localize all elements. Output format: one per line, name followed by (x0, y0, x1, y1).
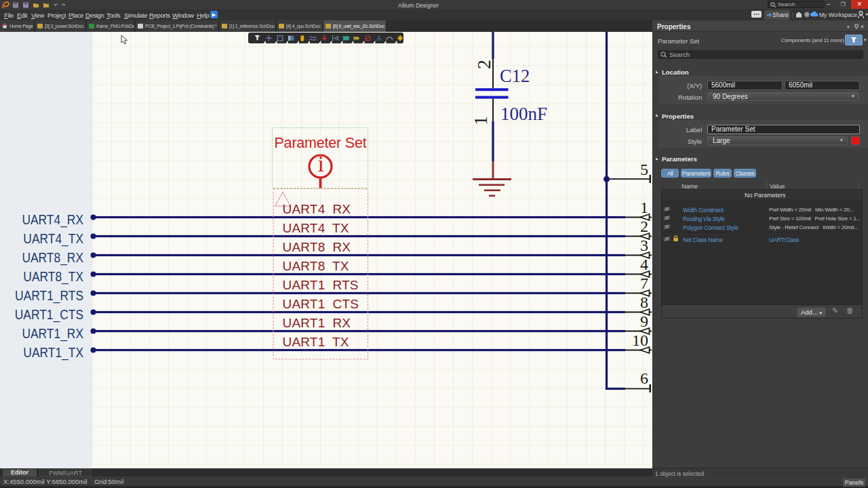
svg-text:My Workspace: My Workspace (819, 12, 857, 18)
svg-text:A: A (376, 35, 382, 42)
svg-text:Share: Share (772, 12, 789, 18)
